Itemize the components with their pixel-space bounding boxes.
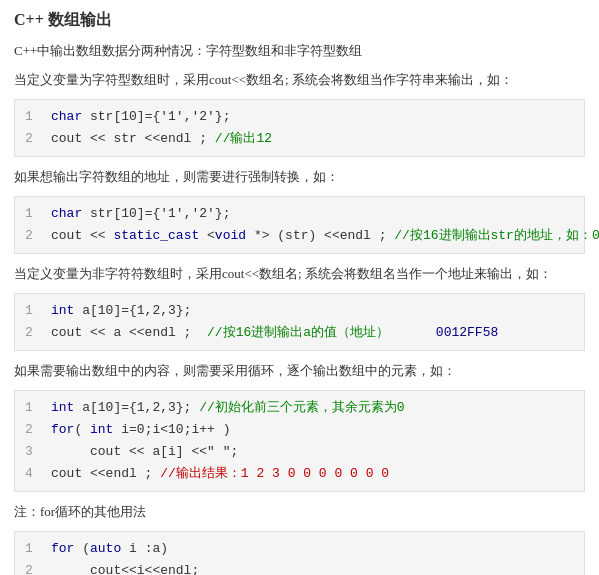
code-line: 1 char str[10]={'1','2'}; [25,106,574,128]
code-text: int a[10]={1,2,3}; [51,300,191,322]
code-text: cout<<i<<endl; [51,560,199,575]
page-title: C++ 数组输出 [14,10,585,31]
code-text: char str[10]={'1','2'}; [51,106,230,128]
line-number: 1 [25,106,43,128]
code-text: cout << a <<endl ; //按16进制输出a的值（地址） 0012… [51,322,498,344]
code-block-5: 1 for (auto i :a) 2 cout<<i<<endl; [14,531,585,575]
line-number: 1 [25,203,43,225]
line-number: 1 [25,397,43,419]
desc-p4: 当定义变量为非字符符数组时，采用cout<<数组名; 系统会将数组名当作一个地址… [14,264,585,285]
code-block-1: 1 char str[10]={'1','2'}; 2 cout << str … [14,99,585,157]
line-number: 4 [25,463,43,485]
code-line: 1 char str[10]={'1','2'}; [25,203,574,225]
code-block-3: 1 int a[10]={1,2,3}; 2 cout << a <<endl … [14,293,585,351]
code-text: for( int i=0;i<10;i++ ) [51,419,230,441]
desc-p6: 注：for循环的其他用法 [14,502,585,523]
line-number: 1 [25,538,43,560]
code-line: 2 for( int i=0;i<10;i++ ) [25,419,574,441]
code-block-4: 1 int a[10]={1,2,3}; //初始化前三个元素，其余元素为0 2… [14,390,585,492]
line-number: 2 [25,322,43,344]
code-block-2: 1 char str[10]={'1','2'}; 2 cout << stat… [14,196,585,254]
line-number: 1 [25,300,43,322]
code-line: 4 cout <<endl ; //输出结果：1 2 3 0 0 0 0 0 0… [25,463,574,485]
line-number: 3 [25,441,43,463]
code-line: 2 cout << str <<endl ; //输出12 [25,128,574,150]
code-line: 3 cout << a[i] <<" "; [25,441,574,463]
code-text: int a[10]={1,2,3}; //初始化前三个元素，其余元素为0 [51,397,405,419]
line-number: 2 [25,225,43,247]
line-number: 2 [25,128,43,150]
line-number: 2 [25,560,43,575]
line-number: 2 [25,419,43,441]
code-text: cout << str <<endl ; //输出12 [51,128,272,150]
desc-p3: 如果想输出字符数组的地址，则需要进行强制转换，如： [14,167,585,188]
code-line: 1 for (auto i :a) [25,538,574,560]
code-line: 2 cout<<i<<endl; [25,560,574,575]
code-line: 1 int a[10]={1,2,3}; [25,300,574,322]
desc-p1: C++中输出数组数据分两种情况：字符型数组和非字符型数组 [14,41,585,62]
desc-p5: 如果需要输出数组中的内容，则需要采用循环，逐个输出数组中的元素，如： [14,361,585,382]
code-text: for (auto i :a) [51,538,168,560]
code-line: 2 cout << static_cast <void *> (str) <<e… [25,225,574,247]
code-text: char str[10]={'1','2'}; [51,203,230,225]
code-text: cout << static_cast <void *> (str) <<end… [51,225,599,247]
code-text: cout <<endl ; //输出结果：1 2 3 0 0 0 0 0 0 0 [51,463,389,485]
desc-p2: 当定义变量为字符型数组时，采用cout<<数组名; 系统会将数组当作字符串来输出… [14,70,585,91]
code-line: 1 int a[10]={1,2,3}; //初始化前三个元素，其余元素为0 [25,397,574,419]
code-line: 2 cout << a <<endl ; //按16进制输出a的值（地址） 00… [25,322,574,344]
code-text: cout << a[i] <<" "; [51,441,238,463]
